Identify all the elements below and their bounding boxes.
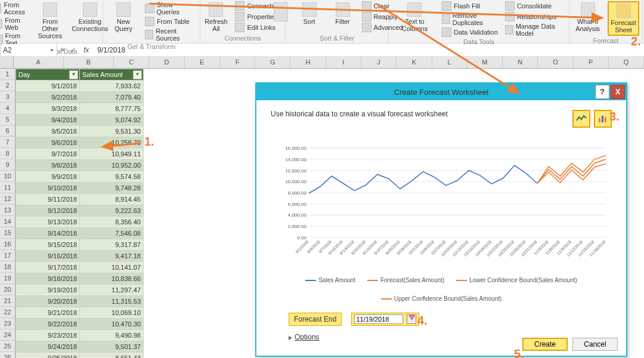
row-header[interactable]: 20 bbox=[0, 284, 16, 295]
row-header[interactable]: 22 bbox=[0, 307, 16, 318]
cancel-icon[interactable]: ✕ bbox=[57, 46, 68, 54]
text-to-columns[interactable]: Text to Columns bbox=[392, 1, 437, 33]
cell-amount[interactable]: 8,651.43 bbox=[80, 353, 144, 359]
table-row[interactable]: 9/21/201810,069.10 bbox=[16, 307, 144, 319]
table-row[interactable]: 9/17/201810,141.07 bbox=[16, 262, 144, 273]
col-header[interactable]: O bbox=[538, 56, 573, 68]
cell-day[interactable]: 9/9/2018 bbox=[16, 171, 80, 183]
col-day[interactable]: Day▼ bbox=[16, 69, 80, 81]
cell-day[interactable]: 9/21/2018 bbox=[16, 307, 80, 319]
table-row[interactable]: 9/18/201810,838.66 bbox=[16, 273, 144, 285]
name-box[interactable]: A2▼ bbox=[0, 44, 57, 56]
table-row[interactable]: 9/19/201811,297.47 bbox=[16, 285, 144, 296]
row-header[interactable]: 2 bbox=[0, 80, 16, 91]
cell-day[interactable]: 9/19/2018 bbox=[16, 285, 80, 296]
row-header[interactable]: 4 bbox=[0, 103, 16, 114]
cell-amount[interactable]: 9,074.92 bbox=[80, 115, 144, 126]
table-row[interactable]: 9/1/20187,933.62 bbox=[16, 81, 144, 92]
help-button[interactable]: ? bbox=[595, 85, 609, 99]
row-header[interactable]: 19 bbox=[0, 273, 16, 284]
table-row[interactable]: 9/14/20187,546.08 bbox=[16, 228, 144, 239]
cell-amount[interactable]: 10,069.10 bbox=[80, 307, 144, 319]
row-header[interactable]: 12 bbox=[0, 193, 16, 205]
table-row[interactable]: 9/23/20189,490.98 bbox=[16, 330, 144, 341]
accept-icon[interactable]: ✓ bbox=[68, 46, 79, 54]
col-header[interactable]: M bbox=[467, 56, 503, 68]
consolidate[interactable]: Consolidate bbox=[505, 1, 565, 11]
cell-amount[interactable]: 10,470.30 bbox=[80, 319, 144, 330]
row-header[interactable]: 11 bbox=[0, 182, 16, 193]
table-row[interactable]: 9/13/20188,356.40 bbox=[16, 217, 144, 228]
filter-drop-icon[interactable]: ▼ bbox=[69, 70, 78, 79]
table-row[interactable]: 9/24/20189,501.37 bbox=[16, 341, 144, 353]
show-queries[interactable]: Show Queries bbox=[145, 1, 196, 16]
new-query[interactable]: New Query bbox=[107, 1, 140, 33]
table-row[interactable]: 9/25/20188,651.43 bbox=[16, 353, 144, 359]
cell-day[interactable]: 9/10/2018 bbox=[16, 183, 80, 194]
cell-day[interactable]: 9/11/2018 bbox=[16, 194, 80, 205]
col-header[interactable]: A bbox=[14, 56, 64, 68]
cell-amount[interactable]: 8,356.40 bbox=[80, 217, 144, 228]
row-header[interactable]: 7 bbox=[0, 137, 16, 148]
sort-asc[interactable] bbox=[271, 1, 290, 24]
dialog-titlebar[interactable]: Create Forecast Worksheet ? X bbox=[256, 84, 626, 100]
forecast-sheet-button[interactable]: Forecast Sheet bbox=[608, 1, 639, 36]
table-row[interactable]: 9/3/20188,777.75 bbox=[16, 103, 144, 115]
cell-amount[interactable]: 9,574.58 bbox=[80, 171, 144, 183]
cell-amount[interactable]: 10,949.11 bbox=[80, 149, 144, 160]
relationships[interactable]: Relationships bbox=[505, 12, 565, 21]
row-header[interactable]: 18 bbox=[0, 261, 16, 273]
cell-amount[interactable]: 9,317.87 bbox=[80, 239, 144, 251]
cell-day[interactable]: 9/2/2018 bbox=[16, 92, 80, 103]
table-row[interactable]: 9/9/20189,574.58 bbox=[16, 171, 144, 183]
cell-day[interactable]: 9/4/2018 bbox=[16, 115, 80, 126]
table-row[interactable]: 9/15/20189,317.87 bbox=[16, 239, 144, 251]
col-header[interactable]: K bbox=[397, 56, 432, 68]
cell-day[interactable]: 9/14/2018 bbox=[16, 228, 80, 239]
flash-fill[interactable]: Flash Fill bbox=[442, 1, 500, 11]
cell-amount[interactable]: 8,777.75 bbox=[80, 103, 144, 115]
row-header[interactable]: 16 bbox=[0, 239, 16, 250]
cell-day[interactable]: 9/17/2018 bbox=[16, 262, 80, 273]
col-header[interactable]: F bbox=[220, 56, 255, 68]
remove-duplicates[interactable]: Remove Duplicates bbox=[442, 12, 500, 26]
from-access[interactable]: From Access bbox=[0, 1, 28, 16]
row-header[interactable]: 17 bbox=[0, 250, 16, 261]
col-header[interactable]: P bbox=[574, 56, 609, 68]
cell-day[interactable]: 9/18/2018 bbox=[16, 273, 80, 285]
cell-amount[interactable]: 9,501.37 bbox=[80, 341, 144, 353]
cell-amount[interactable]: 11,297.47 bbox=[80, 285, 144, 296]
cell-day[interactable]: 9/1/2018 bbox=[16, 81, 80, 92]
row-header[interactable]: 26 bbox=[0, 352, 16, 358]
col-header[interactable]: L bbox=[432, 56, 467, 68]
cell-amount[interactable]: 7,933.62 bbox=[80, 81, 144, 92]
filter-drop-icon[interactable]: ▼ bbox=[133, 70, 142, 79]
row-header[interactable]: 21 bbox=[0, 295, 16, 307]
col-header[interactable]: N bbox=[503, 56, 538, 68]
row-header[interactable]: 6 bbox=[0, 125, 16, 137]
table-row[interactable]: 9/7/201810,949.11 bbox=[16, 149, 144, 160]
cell-day[interactable]: 9/5/2018 bbox=[16, 126, 80, 137]
col-header[interactable]: H bbox=[290, 56, 326, 68]
data-model[interactable]: Manage Data Model bbox=[505, 23, 565, 37]
cell-day[interactable]: 9/3/2018 bbox=[16, 103, 80, 115]
col-header[interactable]: Q bbox=[609, 56, 644, 68]
row-header[interactable]: 15 bbox=[0, 227, 16, 239]
from-table[interactable]: From Table bbox=[145, 17, 196, 26]
row-header[interactable]: 23 bbox=[0, 318, 16, 329]
col-header[interactable]: D bbox=[149, 56, 184, 68]
from-web[interactable]: From Web bbox=[0, 17, 28, 31]
cell-day[interactable]: 9/25/2018 bbox=[16, 353, 80, 359]
table-row[interactable]: 9/6/201810,258.79 bbox=[16, 137, 144, 149]
cell-amount[interactable]: 10,952.00 bbox=[80, 160, 144, 171]
cell-amount[interactable]: 9,222.63 bbox=[80, 205, 144, 217]
col-header[interactable]: I bbox=[326, 56, 361, 68]
cell-amount[interactable]: 10,141.07 bbox=[80, 262, 144, 273]
table-row[interactable]: 9/22/201810,470.30 bbox=[16, 319, 144, 330]
col-header[interactable]: J bbox=[361, 56, 397, 68]
row-header[interactable]: 13 bbox=[0, 205, 16, 216]
cell-day[interactable]: 9/22/2018 bbox=[16, 319, 80, 330]
cell-day[interactable]: 9/8/2018 bbox=[16, 160, 80, 171]
col-header[interactable]: G bbox=[255, 56, 290, 68]
recent-sources[interactable]: Recent Sources bbox=[145, 27, 196, 42]
